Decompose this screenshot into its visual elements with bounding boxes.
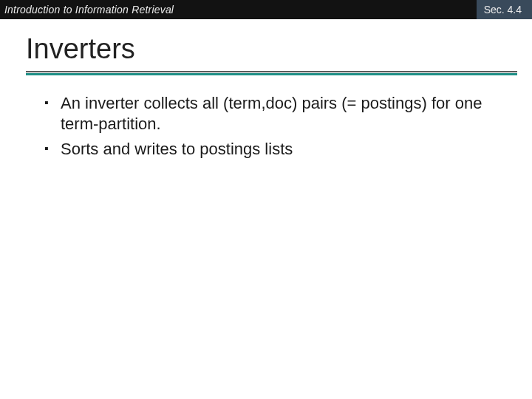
course-title: Introduction to Information Retrieval xyxy=(0,4,174,16)
bullet-icon: ▪ xyxy=(44,141,61,160)
body-text: ▪ An inverter collects all (term,doc) pa… xyxy=(0,75,532,160)
top-bar: Introduction to Information Retrieval Se… xyxy=(0,0,532,19)
list-item: ▪ Sorts and writes to postings lists xyxy=(44,139,502,160)
bullet-text: An inverter collects all (term,doc) pair… xyxy=(61,93,502,134)
bullet-text: Sorts and writes to postings lists xyxy=(61,139,502,160)
slide: Introduction to Information Retrieval Se… xyxy=(0,0,532,399)
bullet-icon: ▪ xyxy=(44,95,61,134)
slide-title: Inverters xyxy=(26,34,517,65)
divider-dark xyxy=(26,71,517,72)
section-label: Sec. 4.4 xyxy=(477,0,532,19)
title-block: Inverters xyxy=(0,19,532,75)
list-item: ▪ An inverter collects all (term,doc) pa… xyxy=(44,93,502,134)
